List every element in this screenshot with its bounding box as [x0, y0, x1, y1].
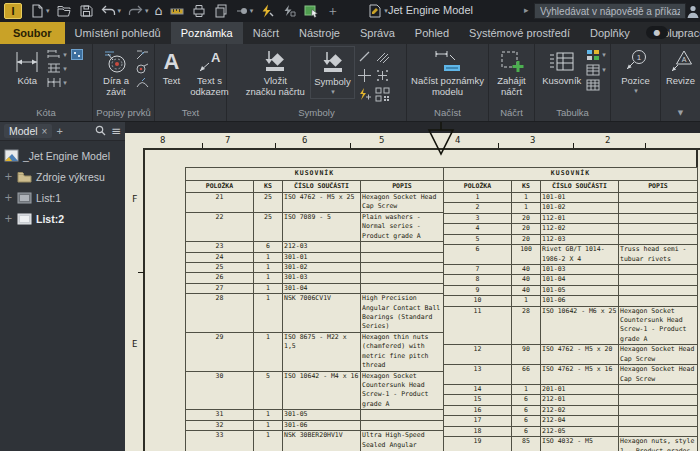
- bom-row[interactable]: 2225ISO 7089 - 5Plain washers - Normal s…: [186, 212, 444, 241]
- bom-row[interactable]: 305ISO 10642 - M4 x 16Hexagon Socket Cou…: [186, 371, 444, 410]
- centermark-pattern-icon[interactable]: [375, 68, 391, 85]
- chamfer-note-icon[interactable]: [136, 49, 149, 60]
- bom-row[interactable]: 11101-01: [444, 193, 698, 203]
- expand-icon[interactable]: +: [4, 171, 13, 182]
- selection-filter-icon[interactable]: ▾: [233, 2, 256, 20]
- tab-doplnky[interactable]: Doplňky: [580, 22, 640, 44]
- bom-row[interactable]: 940101-05: [444, 285, 698, 295]
- zahajit-nacrt-button[interactable]: Zahájit náčrt: [494, 46, 530, 99]
- parts-list-table[interactable]: KUSOVNÍKPOLOŽKAKSČÍSLO SOUČÁSTIPOPIS1110…: [443, 167, 698, 451]
- table-icon[interactable]: [586, 79, 600, 91]
- bom-row[interactable]: 166212-02: [444, 405, 698, 415]
- centerline-icon[interactable]: [357, 49, 373, 66]
- ilogic-event-icon[interactable]: [279, 2, 299, 20]
- symboly-button[interactable]: Symboly ▾: [310, 46, 354, 99]
- group-label-nacist[interactable]: Načíst: [407, 106, 488, 121]
- chevron-down-icon[interactable]: ▾: [145, 7, 149, 15]
- punch-note-icon[interactable]: [136, 63, 149, 74]
- bom-row[interactable]: 101101-06: [444, 296, 698, 306]
- parts-list-table[interactable]: KUSOVNÍKPOLOŽKAKSČÍSLO SOUČÁSTIPOPIS2125…: [185, 167, 444, 451]
- spark-note-icon[interactable]: [357, 87, 373, 104]
- tab-pohled[interactable]: Pohled: [405, 22, 459, 44]
- chevron-down-icon[interactable]: ▾: [63, 79, 67, 87]
- expand-icon[interactable]: +: [4, 192, 13, 203]
- bom-row[interactable]: 520112-03: [444, 234, 698, 244]
- document-settings-icon[interactable]: ▾: [365, 2, 390, 20]
- chevron-down-icon[interactable]: ▾: [46, 7, 50, 15]
- kota-button[interactable]: Kóta: [9, 46, 45, 89]
- measure-icon[interactable]: [167, 2, 187, 20]
- bom-row[interactable]: 311301-05: [186, 410, 444, 420]
- bom-row[interactable]: 1128ISO 10642 - M6 x 25Hexagon Socket Co…: [444, 306, 698, 345]
- bend-note-icon[interactable]: [136, 77, 149, 88]
- bom-row[interactable]: 291ISO 8675 - M22 x 1,5Hexagon thin nuts…: [186, 332, 444, 371]
- tab-sprava[interactable]: Správa: [350, 22, 405, 44]
- text-s-odkazem-button[interactable]: A Text s odkazem: [192, 46, 228, 99]
- dira-a-zavit-button[interactable]: Díra a závit: [98, 46, 134, 99]
- tab-systemove-prostredi[interactable]: Systémové prostředí: [459, 22, 580, 44]
- group-label-text[interactable]: Text: [155, 106, 226, 121]
- nacist-poznamky-modelu-button[interactable]: Načíst poznámky modelu: [408, 46, 487, 99]
- qr-code-icon[interactable]: [375, 87, 391, 104]
- bom-row[interactable]: 141201-01: [444, 385, 698, 395]
- tab-nacrt[interactable]: Náčrt: [243, 22, 289, 44]
- bom-row[interactable]: 420112-02: [444, 224, 698, 234]
- group-label-symboly[interactable]: Symboly: [227, 106, 406, 121]
- help-search-input[interactable]: [534, 3, 686, 19]
- bom-row[interactable]: 1366ISO 4762 - M5 x 16Hexagon Socket Hea…: [444, 365, 698, 385]
- window-select-icon[interactable]: [301, 2, 322, 20]
- browser-menu-icon[interactable]: ≡: [111, 124, 121, 138]
- print-icon[interactable]: [189, 2, 209, 20]
- chevron-down-icon[interactable]: ▾: [118, 7, 122, 15]
- tab-poznamka[interactable]: Poznámka: [171, 22, 243, 44]
- chevron-down-icon[interactable]: ▾: [250, 7, 254, 15]
- tab-nastroje[interactable]: Nástroje: [289, 22, 350, 44]
- tree-item-document[interactable]: _Jet Engine Model: [2, 145, 123, 166]
- bom-row[interactable]: 1985ISO 4032 - M5Hexagon nuts, style 1 -…: [444, 437, 698, 451]
- tree-item-list2[interactable]: + List:2: [2, 208, 123, 229]
- drawing-canvas[interactable]: 8 7 6 5 4 3 2 F E KUSOVNÍKPOLOŽKAKSČÍSLO…: [125, 122, 700, 451]
- tab-umisteni-pohledu[interactable]: Umístění pohledů: [65, 22, 171, 44]
- tree-item-list1[interactable]: + List:1: [2, 187, 123, 208]
- section-arrow-marker[interactable]: [426, 122, 456, 160]
- bom-row[interactable]: 261301-03: [186, 273, 444, 283]
- account-icon[interactable]: [686, 4, 700, 23]
- bom-row[interactable]: 176212-04: [444, 416, 698, 426]
- ilogic-trigger-icon[interactable]: [257, 2, 277, 20]
- chain-dimension-icon[interactable]: [47, 63, 61, 74]
- bom-row[interactable]: 320112-01: [444, 213, 698, 223]
- bom-row[interactable]: 271301-04: [186, 283, 444, 293]
- bom-row[interactable]: 2125ISO 4762 - M5 x 25Hexagon Socket Hea…: [186, 193, 444, 213]
- bom-row[interactable]: 186212-05: [444, 426, 698, 436]
- vlozit-znacku-nacrtu-button[interactable]: Vložit značku náčrtu: [242, 46, 308, 99]
- close-icon[interactable]: ×: [42, 126, 48, 137]
- bom-row[interactable]: 740101-03: [444, 264, 698, 274]
- app-button[interactable]: I: [4, 3, 22, 19]
- search-icon[interactable]: [95, 125, 106, 138]
- add-command-icon[interactable]: ＋: [324, 1, 341, 21]
- group-label-tabulka[interactable]: Tabulka: [535, 106, 610, 121]
- bom-row[interactable]: 321301-06: [186, 420, 444, 430]
- bom-row[interactable]: 251301-02: [186, 262, 444, 272]
- tab-soubor[interactable]: Soubor: [0, 22, 65, 44]
- open-icon[interactable]: [54, 2, 74, 20]
- baseline-dimension-icon[interactable]: [47, 49, 61, 60]
- search-expand-icon[interactable]: ▸: [524, 5, 529, 15]
- revize-button[interactable]: A Revize: [663, 46, 699, 89]
- text-button[interactable]: A Text: [154, 46, 190, 89]
- bom-row[interactable]: 241301-01: [186, 252, 444, 262]
- group-label-popisy-prvku[interactable]: Popisy prvků: [93, 106, 154, 121]
- kusovnik-button[interactable]: Kusovník: [539, 46, 584, 89]
- group-label-nacrt[interactable]: Náčrt: [489, 106, 534, 121]
- bom-row[interactable]: 1290ISO 4762 - M5 x 20Hexagon Socket Hea…: [444, 345, 698, 365]
- bom-row[interactable]: 236212-03: [186, 242, 444, 252]
- general-table-icon[interactable]: [586, 49, 600, 61]
- bom-row[interactable]: 331NSK 30BER20HV1VUltra High-Speed Seale…: [186, 431, 444, 451]
- bom-row[interactable]: 21101-02: [444, 203, 698, 213]
- browser-tab-model[interactable]: Model ×: [4, 124, 52, 138]
- redo-icon[interactable]: ▾: [125, 2, 151, 20]
- centermark-icon[interactable]: [357, 68, 373, 85]
- new-document-icon[interactable]: ▾: [28, 2, 52, 20]
- expand-icon[interactable]: +: [4, 213, 13, 224]
- chevron-down-icon[interactable]: ▾: [63, 65, 67, 73]
